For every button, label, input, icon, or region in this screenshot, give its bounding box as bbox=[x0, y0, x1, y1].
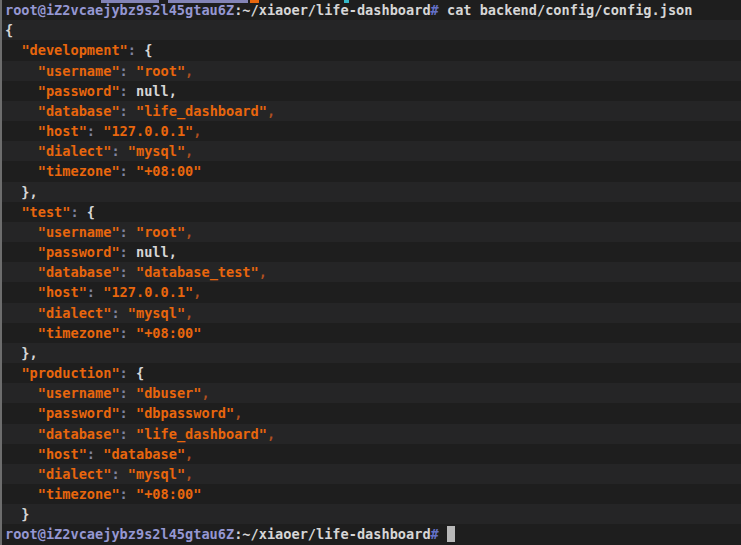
terminal-line: "dialect": "mysql", bbox=[0, 303, 741, 323]
json-colon: : bbox=[120, 486, 128, 502]
terminal-line: }, bbox=[0, 182, 741, 202]
terminal-text bbox=[5, 305, 38, 321]
terminal-text bbox=[5, 103, 38, 119]
terminal-text bbox=[128, 426, 136, 442]
json-key: "dialect" bbox=[38, 143, 112, 159]
json-key: "timezone" bbox=[38, 325, 120, 341]
json-string-value: "mysql" bbox=[128, 143, 185, 159]
json-comma: , bbox=[185, 224, 193, 240]
terminal-line: "database": "life_dashboard", bbox=[0, 101, 741, 121]
json-key: "timezone" bbox=[38, 486, 120, 502]
clipped-previous-line bbox=[0, 0, 741, 3]
terminal-line: "dialect": "mysql", bbox=[0, 464, 741, 484]
json-string-value: "root" bbox=[136, 224, 185, 240]
window-left-border bbox=[0, 0, 2, 545]
terminal-text bbox=[120, 305, 128, 321]
terminal-text bbox=[5, 42, 21, 58]
json-comma: , bbox=[267, 103, 275, 119]
json-string-value: "+08:00" bbox=[136, 486, 201, 502]
terminal-text bbox=[5, 143, 38, 159]
json-key: "username" bbox=[38, 385, 120, 401]
json-comma: , bbox=[185, 305, 193, 321]
terminal-text bbox=[5, 486, 38, 502]
json-colon: : bbox=[87, 284, 95, 300]
terminal-line: "password": null, bbox=[0, 81, 741, 101]
json-comma: , bbox=[234, 405, 242, 421]
prompt-symbol: # bbox=[431, 526, 439, 542]
json-colon: : bbox=[87, 446, 95, 462]
terminal-text bbox=[95, 446, 103, 462]
terminal-line: "host": "127.0.0.1", bbox=[0, 282, 741, 302]
json-colon: : bbox=[111, 143, 119, 159]
terminal-text bbox=[5, 385, 38, 401]
json-key: "username" bbox=[38, 224, 120, 240]
json-comma: , bbox=[193, 123, 201, 139]
json-comma: , bbox=[185, 143, 193, 159]
json-comma: , bbox=[185, 466, 193, 482]
json-key: "host" bbox=[38, 123, 87, 139]
json-key: "host" bbox=[38, 284, 87, 300]
terminal-text: { bbox=[136, 42, 152, 58]
terminal-line: "timezone": "+08:00" bbox=[0, 323, 741, 343]
terminal-text: :~/xiaoer/life-dashboard bbox=[234, 526, 430, 542]
terminal-text: null, bbox=[128, 83, 177, 99]
terminal-text bbox=[120, 466, 128, 482]
terminal-text bbox=[5, 264, 38, 280]
json-colon: : bbox=[87, 123, 95, 139]
json-string-value: "life_dashboard" bbox=[136, 426, 267, 442]
json-key: "database" bbox=[38, 426, 120, 442]
terminal-line: { bbox=[0, 20, 741, 40]
terminal-line: "development": { bbox=[0, 40, 741, 60]
terminal-text bbox=[128, 103, 136, 119]
json-colon: : bbox=[111, 466, 119, 482]
json-string-value: "+08:00" bbox=[136, 325, 201, 341]
terminal-text: { bbox=[5, 22, 13, 38]
json-colon: : bbox=[120, 325, 128, 341]
json-colon: : bbox=[120, 426, 128, 442]
terminal-text bbox=[5, 83, 38, 99]
terminal-text: :~/xiaoer/life-dashboard bbox=[234, 2, 430, 18]
json-key: "development" bbox=[21, 42, 127, 58]
terminal-text bbox=[5, 224, 38, 240]
json-colon: : bbox=[128, 42, 136, 58]
terminal-text bbox=[128, 325, 136, 341]
terminal-line: "username": "dbuser", bbox=[0, 383, 741, 403]
json-string-value: "life_dashboard" bbox=[136, 103, 267, 119]
terminal-window[interactable]: root@iZ2vcaejybz9s2l45gtau6Z:~/xiaoer/li… bbox=[0, 0, 741, 545]
terminal-line: "database": "database_test", bbox=[0, 262, 741, 282]
json-colon: : bbox=[120, 83, 128, 99]
terminal-text bbox=[5, 284, 38, 300]
terminal-text bbox=[95, 284, 103, 300]
json-key: "database" bbox=[38, 103, 120, 119]
terminal-text: }, bbox=[5, 184, 38, 200]
terminal-text bbox=[128, 63, 136, 79]
json-comma: , bbox=[185, 446, 193, 462]
json-key: "password" bbox=[38, 83, 120, 99]
json-colon: : bbox=[120, 405, 128, 421]
terminal-text bbox=[5, 466, 38, 482]
json-colon: : bbox=[120, 365, 128, 381]
json-colon: : bbox=[120, 63, 128, 79]
json-key: "database" bbox=[38, 264, 120, 280]
json-comma: , bbox=[259, 264, 267, 280]
json-colon: : bbox=[70, 204, 78, 220]
clipped-text-fragment bbox=[250, 0, 259, 3]
json-string-value: "database_test" bbox=[136, 264, 259, 280]
clipped-text-fragment bbox=[344, 0, 349, 3]
terminal-text bbox=[128, 264, 136, 280]
terminal-text bbox=[128, 385, 136, 401]
json-string-value: "mysql" bbox=[128, 466, 185, 482]
json-key: "timezone" bbox=[38, 163, 120, 179]
terminal-text bbox=[5, 204, 21, 220]
terminal-line: "username": "root", bbox=[0, 61, 741, 81]
json-comma: , bbox=[193, 284, 201, 300]
terminal-text bbox=[120, 143, 128, 159]
json-key: "dialect" bbox=[38, 305, 112, 321]
json-string-value: "dbuser" bbox=[136, 385, 201, 401]
terminal-line: "host": "database", bbox=[0, 444, 741, 464]
terminal-line: "password": null, bbox=[0, 242, 741, 262]
terminal-text bbox=[5, 405, 38, 421]
terminal-line: "production": { bbox=[0, 363, 741, 383]
terminal-line: "database": "life_dashboard", bbox=[0, 424, 741, 444]
json-key: "production" bbox=[21, 365, 119, 381]
